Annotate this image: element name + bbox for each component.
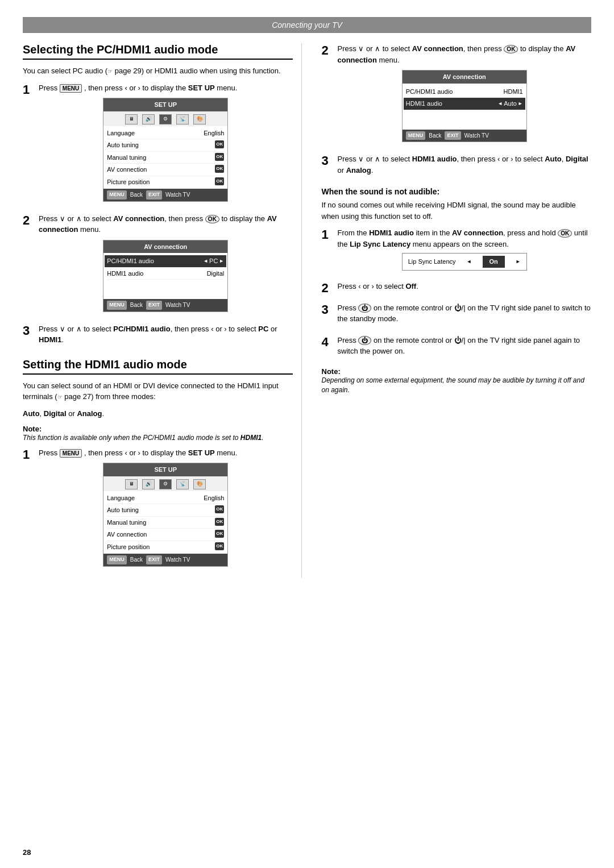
- menu-footer: MENU Back EXIT Watch TV: [103, 554, 227, 566]
- menu-title: AV connection: [403, 70, 526, 84]
- power-button2: ⏻: [358, 336, 371, 345]
- step-number: 3: [322, 153, 338, 168]
- menu-icon-5: 🎨: [193, 479, 206, 489]
- section2-step1: 1 Press MENU , then press ‹ or › to disp…: [23, 447, 293, 571]
- lip-sync-arrow-left: ◄: [467, 258, 472, 266]
- menu-title: AV connection: [103, 240, 227, 254]
- step-content: From the HDMI1 audio item in the AV conn…: [338, 227, 592, 274]
- menu-row: AV connectionOK: [107, 164, 224, 176]
- menu-row: AV connectionOK: [107, 529, 224, 541]
- section1-step1: 1 Press MENU , then press ‹ or › to disp…: [23, 82, 293, 206]
- menu-back-btn: MENU: [107, 555, 127, 564]
- step-number: 1: [23, 447, 39, 462]
- menu-spacer: [406, 110, 523, 127]
- menu-icon-4: 📡: [176, 114, 189, 124]
- lip-sync-value: On: [483, 256, 505, 268]
- step-content: Press ∨ or ∧ to select AV connection, th…: [39, 213, 293, 317]
- menu-back-btn: MENU: [107, 301, 127, 310]
- step-content: Press ∨ or ∧ to select PC/HDMI1 audio, t…: [39, 323, 293, 349]
- section2-intro: You can select sound of an HDMI or DVI d…: [23, 380, 293, 402]
- menu-rows: LanguageEnglish Auto tuningOK Manual tun…: [103, 491, 227, 554]
- setup-menu-2: SET UP 🖥 🔊 ⚙ 📡 🎨 LanguageEnglish Auto tu…: [103, 463, 228, 567]
- menu-row: Picture positionOK: [107, 541, 224, 553]
- step-content: Press ⏻ on the remote control or ⏻/| on …: [338, 335, 592, 360]
- step-number: 3: [23, 323, 39, 338]
- menu-footer: MENU Back EXIT Watch TV: [103, 189, 227, 201]
- page: Connecting your TV Selecting the PC/HDMI…: [0, 0, 614, 868]
- step-content: Press MENU , then press ‹ or › to displa…: [39, 82, 293, 206]
- ref-icon: ☞: [107, 68, 113, 74]
- section1-step2: 2 Press ∨ or ∧ to select AV connection, …: [23, 213, 293, 317]
- when-sound-step4: 4 Press ⏻ on the remote control or ⏻/| o…: [322, 335, 592, 360]
- right-note: Note: Depending on some external equipme…: [322, 367, 592, 395]
- when-sound-step3: 3 Press ⏻ on the remote control or ⏻/| o…: [322, 302, 592, 328]
- exit-btn: EXIT: [146, 190, 162, 200]
- menu-button-label: MENU: [60, 84, 82, 93]
- section1-title: Selecting the PC/HDMI1 audio mode: [23, 43, 293, 60]
- menu-title: SET UP: [103, 463, 227, 476]
- ok-button: OK: [205, 215, 219, 223]
- menu-icon-1: 🖥: [125, 114, 138, 124]
- section2-title: Setting the HDMI1 audio mode: [23, 358, 293, 375]
- menu-back-btn: MENU: [107, 190, 127, 200]
- lip-sync-arrow-right: ►: [516, 258, 521, 266]
- menu-row: PC/HDMI1 audio HDMI1: [406, 86, 523, 98]
- menu-icon-2: 🔊: [142, 479, 155, 489]
- menu-row: Manual tuningOK: [107, 152, 224, 164]
- press-text: Press: [39, 448, 60, 457]
- menu-icon-5: 🎨: [193, 114, 206, 124]
- menu-rows: PC/HDMI1 audio HDMI1 HDMI1 audio ◄ Auto …: [403, 84, 526, 130]
- menu-title: SET UP: [103, 98, 227, 111]
- menu-icon-4: 📡: [176, 479, 189, 489]
- step-number: 2: [23, 213, 39, 228]
- menu-icons: 🖥 🔊 ⚙ 📡 🎨: [103, 111, 227, 126]
- right-step3: 3 Press ∨ or ∧ to select HDMI1 audio, th…: [322, 153, 592, 179]
- when-sound-intro: If no sound comes out while receiving HD…: [322, 200, 592, 222]
- note-label2: Note:: [322, 367, 341, 376]
- left-column: Selecting the PC/HDMI1 audio mode You ca…: [23, 43, 302, 578]
- step-number: 1: [322, 227, 338, 242]
- when-sound-heading: When the sound is not audible:: [322, 187, 592, 196]
- menu-back-btn: MENU: [406, 131, 426, 140]
- menu-row: Auto tuningOK: [107, 504, 224, 517]
- when-sound-step2: 2 Press ‹ or › to select Off.: [322, 281, 592, 296]
- step-number: 2: [322, 281, 338, 296]
- menu-row: Manual tuningOK: [107, 517, 224, 529]
- menu-rows: PC/HDMI1 audio ◄ PC ► HDMI1 audioDigital: [103, 253, 227, 299]
- section2-modes: Auto, Digital or Analog.: [23, 408, 293, 420]
- header-title: Connecting your TV: [272, 20, 342, 30]
- step-content: Press ⏻ on the remote control or ⏻/| on …: [338, 302, 592, 328]
- ok-button2: OK: [504, 45, 518, 53]
- av-connection-menu-right: AV connection PC/HDMI1 audio HDMI1 HDMI1…: [402, 70, 527, 142]
- press-text: Press: [39, 84, 60, 92]
- menu-row: LanguageEnglish: [107, 492, 224, 505]
- menu-row: HDMI1 audioDigital: [107, 268, 224, 280]
- two-column-layout: Selecting the PC/HDMI1 audio mode You ca…: [23, 43, 591, 578]
- step-number: 4: [322, 335, 338, 350]
- menu-row: Auto tuningOK: [107, 139, 224, 152]
- exit-btn: EXIT: [445, 131, 460, 140]
- note-label: Note:: [23, 425, 42, 433]
- av-connection-menu-1: AV connection PC/HDMI1 audio ◄ PC ► HDMI…: [103, 240, 228, 312]
- menu-icon-3: ⚙: [159, 114, 172, 124]
- section1-intro: You can select PC audio (☞ page 29) or H…: [23, 65, 293, 77]
- lip-sync-label: Lip Sync Latency: [408, 257, 456, 267]
- menu-row: LanguageEnglish: [107, 127, 224, 140]
- section2-note: Note: This function is available only wh…: [23, 425, 293, 443]
- menu-footer: MENU Back EXIT Watch TV: [403, 130, 526, 142]
- header-bar: Connecting your TV: [23, 17, 591, 33]
- menu-icon-2: 🔊: [142, 114, 155, 124]
- lip-sync-latency-box: Lip Sync Latency ◄ On ►: [402, 253, 527, 271]
- menu-button-label2: MENU: [60, 449, 82, 458]
- step-content: Press ∨ or ∧ to select HDMI1 audio, then…: [338, 153, 592, 179]
- menu-spacer: [107, 280, 224, 297]
- menu-row-highlighted: PC/HDMI1 audio ◄ PC ►: [105, 255, 226, 268]
- exit-btn: EXIT: [146, 555, 162, 564]
- step-number: 3: [322, 302, 338, 317]
- step-content: Press ∨ or ∧ to select AV connection, th…: [338, 43, 592, 147]
- ok-button3: OK: [558, 229, 572, 238]
- right-step2: 2 Press ∨ or ∧ to select AV connection, …: [322, 43, 592, 147]
- menu-footer: MENU Back EXIT Watch TV: [103, 299, 227, 312]
- when-sound-step1: 1 From the HDMI1 audio item in the AV co…: [322, 227, 592, 274]
- note-text2: Depending on some external equipment, th…: [322, 376, 584, 394]
